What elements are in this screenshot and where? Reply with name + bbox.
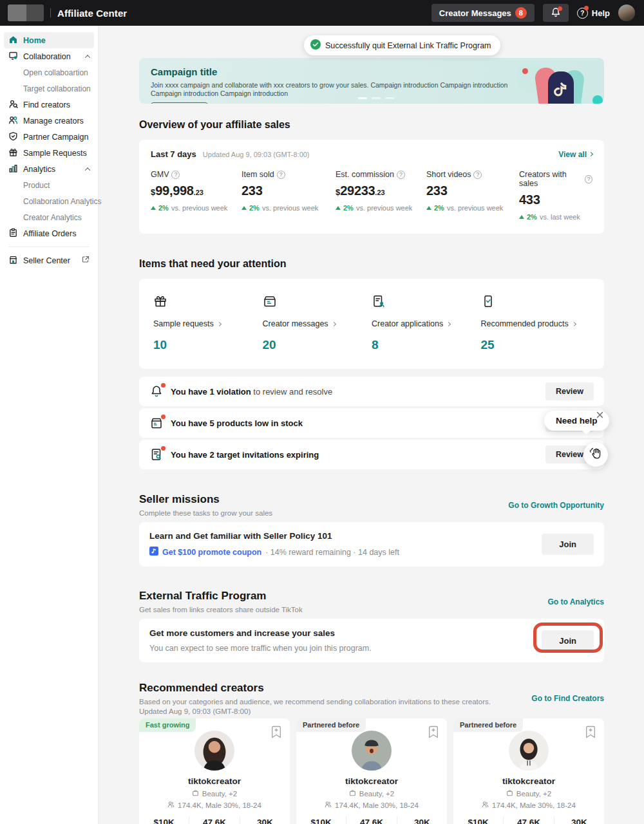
info-icon[interactable]: ? (473, 171, 482, 179)
sidebar-item-partner-campaign[interactable]: Partner Campaign (4, 129, 94, 145)
close-icon[interactable] (596, 409, 603, 421)
review-button[interactable]: Review (545, 382, 594, 400)
creator-stat: 30KAvg. views (554, 816, 604, 824)
sidebar-item-creator-analytics[interactable]: Creator Analytics (4, 209, 94, 225)
attention-count[interactable]: 25 (481, 338, 591, 352)
collaboration-icon (8, 51, 18, 62)
creator-stat: 47.6KUnits sold (503, 816, 553, 824)
help-dot (584, 6, 589, 10)
creator-messages-badge: 8 (515, 7, 527, 19)
alert-violation: You have 1 violation to review and resol… (139, 377, 604, 406)
sidebar-item-analytics[interactable]: Analytics (4, 161, 94, 177)
creator-stat: 30KAvg. views (240, 816, 290, 824)
user-avatar[interactable] (618, 5, 635, 21)
trend-up-icon (242, 206, 247, 210)
creator-stat: $10KRevenue (139, 816, 189, 824)
manage-creators-icon (8, 115, 18, 127)
bag-icon (506, 789, 513, 798)
external-join-button[interactable]: Join (542, 630, 594, 651)
info-icon[interactable]: ? (171, 171, 180, 179)
creator-stat: $10KRevenue (453, 816, 503, 824)
creator-messages-button[interactable]: Creator Messages 8 (431, 4, 535, 22)
help-button[interactable]: ? Help (577, 8, 610, 19)
view-all-link[interactable]: View all (558, 150, 592, 159)
bookmark-icon[interactable] (585, 726, 596, 741)
mission-join-button[interactable]: Join (542, 534, 594, 555)
chevron-right-icon (446, 321, 451, 326)
notifications-button[interactable] (543, 4, 569, 22)
creator-card[interactable]: Fast growing tiktokcreator Beauty, +2 17… (139, 718, 290, 824)
sidebar-item-affiliate-orders[interactable]: Affiliate Orders (4, 225, 94, 241)
audience-icon (325, 801, 332, 809)
external-traffic-subheading: Get sales from links creators share outs… (139, 606, 303, 613)
sidebar-label: Partner Campaign (23, 133, 88, 142)
overview-heading: Overview of your affiliate sales (139, 119, 604, 131)
bag-icon (192, 789, 199, 798)
sidebar-label: Home (23, 36, 46, 45)
attention-link[interactable]: Creator messages (263, 319, 372, 328)
tiktok-illustration (517, 58, 604, 104)
missions-heading: Seller missions (139, 493, 272, 506)
info-icon[interactable]: ? (277, 171, 285, 179)
sidebar-item-seller-center[interactable]: Seller Center (4, 252, 94, 268)
attention-link[interactable]: Recommended products (481, 319, 591, 328)
learn-more-button[interactable]: Learn more (151, 102, 208, 104)
doc-search-icon (149, 447, 164, 462)
sidebar-item-product[interactable]: Product (4, 177, 94, 193)
bookmark-icon[interactable] (428, 726, 439, 741)
attention-count[interactable]: 10 (153, 338, 263, 352)
attention-creator-applications: Creator applications 8 (372, 294, 481, 352)
external-link-icon (82, 256, 90, 265)
missions-subheading: Complete these tasks to grow your sales (139, 509, 272, 517)
sidebar-item-collaboration-analytics[interactable]: Collaboration Analytics (4, 193, 94, 209)
chevron-right-icon (589, 152, 593, 156)
info-icon[interactable]: ? (397, 171, 405, 179)
creator-card[interactable]: Partnered before tiktokcreator Beauty, +… (296, 718, 447, 824)
overview-card: Last 7 days Updated Aug 9, 09:03 (GMT-8:… (139, 140, 604, 234)
creator-stat: 47.6KUnits sold (346, 816, 396, 824)
message-box-icon (263, 299, 277, 310)
bookmark-icon[interactable] (271, 726, 281, 741)
attention-link[interactable]: Creator applications (372, 319, 481, 328)
sidebar-item-collaboration[interactable]: Collaboration (4, 48, 94, 64)
sidebar-item-find-creators[interactable]: Find creators (4, 97, 94, 113)
sidebar-item-open-collaboration[interactable]: Open collaboartion (4, 64, 94, 80)
alert-dot (161, 383, 166, 388)
shield-icon (8, 131, 18, 143)
go-to-analytics-link[interactable]: Go to Analytics (547, 597, 604, 606)
need-help-fab[interactable] (583, 442, 608, 467)
bag-icon (349, 789, 356, 798)
external-traffic-heading: External Traffic Program (139, 590, 303, 603)
creator-badge: Partnered before (296, 718, 366, 732)
storefront-icon (8, 255, 18, 267)
top-bar: Affiliate Center Creator Messages 8 ? He… (0, 0, 644, 26)
attention-count[interactable]: 20 (263, 338, 372, 352)
campaign-banner[interactable]: Campaign title Join xxxx campaign and co… (139, 58, 604, 104)
sidebar-label: Collaboration (23, 52, 71, 61)
alert-dot (161, 415, 166, 419)
chevron-up-icon (85, 55, 90, 60)
analytics-icon (8, 164, 18, 175)
sidebar-item-manage-creators[interactable]: Manage creators (4, 113, 94, 129)
stat-items-sold: Item sold? 233 2%vs. previous week (242, 170, 336, 221)
go-to-find-creators-link[interactable]: Go to Find Creators (531, 694, 604, 703)
growth-opportunity-link[interactable]: Go to Growth Opportunity (508, 501, 604, 510)
creator-stat: 47.6KUnits sold (189, 816, 239, 824)
carousel-dots[interactable] (358, 97, 394, 99)
coupon-link[interactable]: Get $100 promote coupon (162, 548, 261, 557)
mission-title: Learn and Get familiar with Seller Polic… (149, 531, 399, 541)
info-icon[interactable]: ? (585, 175, 592, 183)
sidebar-label: Affiliate Orders (23, 229, 76, 238)
sidebar-item-sample-requests[interactable]: Sample Requests (4, 145, 94, 161)
creator-stat: 30KAvg. views (397, 816, 447, 824)
audience-icon (482, 801, 489, 809)
attention-link[interactable]: Sample requests (153, 319, 263, 328)
period-label[interactable]: Last 7 days (151, 149, 196, 159)
sidebar-item-target-collaboration[interactable]: Target collaboration (4, 80, 94, 97)
divider (8, 247, 90, 247)
creator-avatar (509, 731, 549, 771)
creator-card[interactable]: Partnered before tiktokcreator Beauty, +… (453, 718, 604, 824)
sidebar-item-home[interactable]: Home (4, 32, 94, 48)
attention-count[interactable]: 8 (372, 338, 481, 352)
trend-up-icon (519, 215, 524, 219)
